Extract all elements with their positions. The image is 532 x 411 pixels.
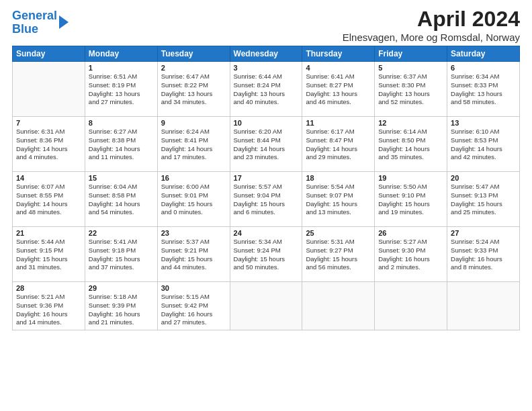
day-number: 29 [89, 284, 154, 292]
header-friday: Friday [375, 46, 447, 62]
day-number: 23 [161, 229, 226, 237]
calendar-subtitle: Elnesvagen, More og Romsdal, Norway [343, 32, 520, 43]
table-row: 30Sunrise: 5:15 AMSunset: 9:42 PMDayligh… [157, 282, 230, 330]
table-row: 26Sunrise: 5:27 AMSunset: 9:30 PMDayligh… [375, 227, 447, 282]
table-row: 23Sunrise: 5:37 AMSunset: 9:21 PMDayligh… [157, 227, 230, 282]
table-row [447, 282, 520, 330]
table-row: 9Sunrise: 6:24 AMSunset: 8:41 PMDaylight… [157, 117, 230, 172]
day-info: Sunrise: 5:24 AMSunset: 9:33 PMDaylight:… [451, 238, 516, 272]
calendar-body: 1Sunrise: 6:51 AMSunset: 8:19 PMDaylight… [13, 62, 520, 330]
day-number: 28 [16, 284, 81, 292]
day-number: 13 [451, 119, 516, 127]
day-number: 4 [306, 64, 371, 72]
day-info: Sunrise: 5:15 AMSunset: 9:42 PMDaylight:… [161, 293, 226, 327]
logo-name: General Blue [12, 9, 57, 36]
table-row: 11Sunrise: 6:17 AMSunset: 8:47 PMDayligh… [302, 117, 375, 172]
logo-blue: Blue [12, 22, 38, 36]
table-row: 20Sunrise: 5:47 AMSunset: 9:13 PMDayligh… [447, 172, 520, 227]
day-info: Sunrise: 5:27 AMSunset: 9:30 PMDaylight:… [378, 238, 443, 272]
calendar-title: April 2024 [343, 7, 520, 32]
table-row: 15Sunrise: 6:04 AMSunset: 8:58 PMDayligh… [85, 172, 157, 227]
day-info: Sunrise: 6:14 AMSunset: 8:50 PMDaylight:… [378, 128, 443, 162]
day-number: 5 [378, 64, 443, 72]
logo-text-block: General Blue [12, 9, 69, 36]
table-row [230, 282, 302, 330]
header-wednesday: Wednesday [230, 46, 302, 62]
table-row: 7Sunrise: 6:31 AMSunset: 8:36 PMDaylight… [13, 117, 85, 172]
calendar-table: Sunday Monday Tuesday Wednesday Thursday… [12, 46, 520, 330]
day-number: 17 [234, 174, 299, 182]
day-info: Sunrise: 6:24 AMSunset: 8:41 PMDaylight:… [161, 128, 226, 162]
day-info: Sunrise: 6:41 AMSunset: 8:27 PMDaylight:… [306, 73, 371, 107]
table-row [375, 282, 447, 330]
day-number: 9 [161, 119, 226, 127]
day-number: 30 [161, 284, 226, 292]
day-number: 3 [234, 64, 299, 72]
day-info: Sunrise: 5:31 AMSunset: 9:27 PMDaylight:… [306, 238, 371, 272]
day-info: Sunrise: 6:37 AMSunset: 8:30 PMDaylight:… [378, 73, 443, 107]
day-number: 11 [306, 119, 371, 127]
day-number: 26 [378, 229, 443, 237]
day-number: 25 [306, 229, 371, 237]
day-number: 14 [16, 174, 81, 182]
day-info: Sunrise: 5:41 AMSunset: 9:18 PMDaylight:… [89, 238, 154, 272]
table-row [13, 62, 85, 117]
table-row: 6Sunrise: 6:34 AMSunset: 8:33 PMDaylight… [447, 62, 520, 117]
day-number: 16 [161, 174, 226, 182]
table-row: 22Sunrise: 5:41 AMSunset: 9:18 PMDayligh… [85, 227, 157, 282]
day-info: Sunrise: 5:21 AMSunset: 9:36 PMDaylight:… [16, 293, 81, 327]
day-info: Sunrise: 6:20 AMSunset: 8:44 PMDaylight:… [234, 128, 299, 162]
day-info: Sunrise: 5:34 AMSunset: 9:24 PMDaylight:… [234, 238, 299, 272]
header: General Blue April 2024 Elnesvagen, More… [12, 7, 520, 43]
table-row [302, 282, 375, 330]
day-info: Sunrise: 6:34 AMSunset: 8:33 PMDaylight:… [451, 73, 516, 107]
table-row: 4Sunrise: 6:41 AMSunset: 8:27 PMDaylight… [302, 62, 375, 117]
day-number: 19 [378, 174, 443, 182]
table-row: 19Sunrise: 5:50 AMSunset: 9:10 PMDayligh… [375, 172, 447, 227]
table-row: 16Sunrise: 6:00 AMSunset: 9:01 PMDayligh… [157, 172, 230, 227]
calendar-header-row: Sunday Monday Tuesday Wednesday Thursday… [13, 46, 520, 62]
day-number: 27 [451, 229, 516, 237]
header-sunday: Sunday [13, 46, 85, 62]
day-info: Sunrise: 5:50 AMSunset: 9:10 PMDaylight:… [378, 183, 443, 217]
day-info: Sunrise: 6:04 AMSunset: 8:58 PMDaylight:… [89, 183, 154, 217]
table-row: 29Sunrise: 5:18 AMSunset: 9:39 PMDayligh… [85, 282, 157, 330]
table-row: 3Sunrise: 6:44 AMSunset: 8:24 PMDaylight… [230, 62, 302, 117]
day-number: 1 [89, 64, 154, 72]
table-row: 14Sunrise: 6:07 AMSunset: 8:55 PMDayligh… [13, 172, 85, 227]
day-number: 6 [451, 64, 516, 72]
table-row: 24Sunrise: 5:34 AMSunset: 9:24 PMDayligh… [230, 227, 302, 282]
day-number: 15 [89, 174, 154, 182]
day-info: Sunrise: 5:37 AMSunset: 9:21 PMDaylight:… [161, 238, 226, 272]
day-number: 24 [234, 229, 299, 237]
day-info: Sunrise: 6:00 AMSunset: 9:01 PMDaylight:… [161, 183, 226, 217]
title-block: April 2024 Elnesvagen, More og Romsdal, … [343, 7, 520, 43]
logo-general: General [12, 9, 57, 22]
table-row: 10Sunrise: 6:20 AMSunset: 8:44 PMDayligh… [230, 117, 302, 172]
table-row: 17Sunrise: 5:57 AMSunset: 9:04 PMDayligh… [230, 172, 302, 227]
day-number: 20 [451, 174, 516, 182]
table-row: 8Sunrise: 6:27 AMSunset: 8:38 PMDaylight… [85, 117, 157, 172]
day-info: Sunrise: 5:54 AMSunset: 9:07 PMDaylight:… [306, 183, 371, 217]
table-row: 27Sunrise: 5:24 AMSunset: 9:33 PMDayligh… [447, 227, 520, 282]
day-info: Sunrise: 6:44 AMSunset: 8:24 PMDaylight:… [234, 73, 299, 107]
table-row: 18Sunrise: 5:54 AMSunset: 9:07 PMDayligh… [302, 172, 375, 227]
table-row: 21Sunrise: 5:44 AMSunset: 9:15 PMDayligh… [13, 227, 85, 282]
table-row: 12Sunrise: 6:14 AMSunset: 8:50 PMDayligh… [375, 117, 447, 172]
day-number: 2 [161, 64, 226, 72]
day-info: Sunrise: 6:51 AMSunset: 8:19 PMDaylight:… [89, 73, 154, 107]
day-number: 12 [378, 119, 443, 127]
table-row: 28Sunrise: 5:21 AMSunset: 9:36 PMDayligh… [13, 282, 85, 330]
header-tuesday: Tuesday [157, 46, 230, 62]
table-row: 13Sunrise: 6:10 AMSunset: 8:53 PMDayligh… [447, 117, 520, 172]
day-info: Sunrise: 6:31 AMSunset: 8:36 PMDaylight:… [16, 128, 81, 162]
day-number: 22 [89, 229, 154, 237]
day-info: Sunrise: 5:57 AMSunset: 9:04 PMDaylight:… [234, 183, 299, 217]
day-number: 10 [234, 119, 299, 127]
day-number: 21 [16, 229, 81, 237]
table-row: 25Sunrise: 5:31 AMSunset: 9:27 PMDayligh… [302, 227, 375, 282]
day-info: Sunrise: 6:07 AMSunset: 8:55 PMDaylight:… [16, 183, 81, 217]
day-number: 8 [89, 119, 154, 127]
header-thursday: Thursday [302, 46, 375, 62]
table-row: 1Sunrise: 6:51 AMSunset: 8:19 PMDaylight… [85, 62, 157, 117]
